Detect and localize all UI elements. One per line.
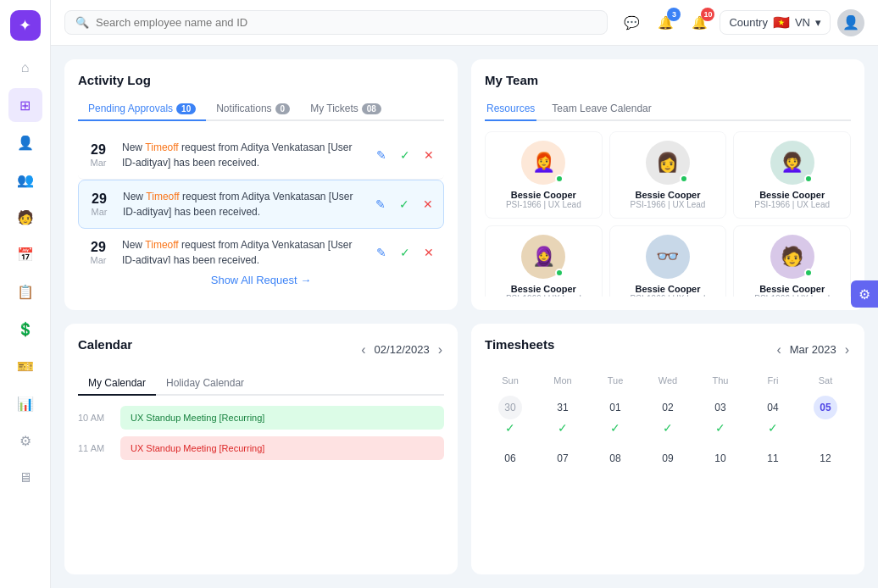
member-avatar: 👩‍🦰 xyxy=(521,141,565,185)
edit-button[interactable]: ✎ xyxy=(372,196,389,213)
member-role: PSI-1966 | UX Lead xyxy=(506,294,581,297)
my-team-title: My Team xyxy=(485,73,851,87)
notifications-badge: 0 xyxy=(275,103,291,114)
team-member: 🧑 Bessie Cooper PSI-1966 | UX Lead xyxy=(733,225,851,297)
timesheets-header: Timesheets ‹ Mar 2023 › xyxy=(485,337,851,362)
reject-button[interactable]: ✕ xyxy=(420,147,437,164)
online-indicator xyxy=(804,175,813,183)
member-name: Bessie Cooper xyxy=(511,190,576,200)
day-header-sat: Sat xyxy=(800,372,851,389)
timeoff-label: Timeoff xyxy=(145,239,178,251)
avatar-image: 👤 xyxy=(842,14,859,31)
sidebar-item-monitor[interactable]: 🖥 xyxy=(8,461,42,495)
sidebar-item-dashboard[interactable]: ⌂ xyxy=(8,51,42,85)
reject-button[interactable]: ✕ xyxy=(420,196,436,213)
online-indicator xyxy=(680,175,688,183)
member-avatar: 👓 xyxy=(646,235,690,279)
flag-icon: 🇻🇳 xyxy=(773,14,790,31)
team-member: 👓 Bessie Cooper PSI-1966 | UX Lead xyxy=(609,225,727,297)
settings-fab[interactable]: ⚙ xyxy=(851,280,878,308)
ts-day-cell: 03 ✓ xyxy=(695,391,746,440)
calendar-events: 10 AM UX Standup Meeting [Recurring] 11 … xyxy=(78,406,444,561)
activity-log-title: Activity Log xyxy=(78,73,444,87)
day-number: 01 xyxy=(603,396,627,419)
member-role: PSI-1966 | UX Lead xyxy=(754,200,830,209)
timesheets-prev-button[interactable]: ‹ xyxy=(775,341,782,359)
chat-button[interactable]: 💬 xyxy=(618,9,645,36)
member-role: PSI-1966 | UX Lead xyxy=(631,200,706,209)
tab-notifications[interactable]: Notifications 0 xyxy=(206,97,300,121)
day-number: 04 xyxy=(761,396,785,419)
check-mark: ✓ xyxy=(486,421,534,435)
activity-date: 29 Mar xyxy=(85,240,112,263)
avatar-image: 👓 xyxy=(646,235,690,279)
activity-month: Mar xyxy=(86,207,113,217)
sidebar-item-payroll[interactable]: 💲 xyxy=(8,312,42,346)
approve-button[interactable]: ✓ xyxy=(397,147,414,164)
approve-button[interactable]: ✓ xyxy=(397,244,414,261)
activity-actions: ✎ ✓ ✕ xyxy=(373,244,437,261)
tab-pending-label: Pending Approvals xyxy=(88,103,173,114)
logo-icon: ✦ xyxy=(19,16,31,35)
check-mark: ✓ xyxy=(592,421,639,435)
event-block[interactable]: UX Standup Meeting [Recurring] xyxy=(120,406,444,430)
chevron-down-icon: ▾ xyxy=(815,16,821,29)
sidebar-item-profile[interactable]: 👤 xyxy=(8,125,42,159)
tickets-badge: 08 xyxy=(362,103,381,114)
member-avatar: 👩‍🦱 xyxy=(770,141,814,185)
team-icon: 👥 xyxy=(17,172,34,188)
calendar-card: Calendar ‹ 02/12/2023 › My Calendar Holi… xyxy=(64,324,458,574)
approve-button[interactable]: ✓ xyxy=(396,196,413,213)
content-grid: Activity Log Pending Approvals 10 Notifi… xyxy=(51,46,878,588)
reject-button[interactable]: ✕ xyxy=(420,244,437,261)
team-grid: 👩‍🦰 Bessie Cooper PSI-1966 | UX Lead 👩 B… xyxy=(485,131,851,297)
event-block[interactable]: UX Standup Meeting [Recurring] xyxy=(120,436,444,460)
ticket-icon: 🎫 xyxy=(17,358,34,374)
ts-day-cell: 31 ✓ xyxy=(537,391,588,440)
sidebar-item-user[interactable]: 🧑 xyxy=(8,200,42,234)
list-icon: 📋 xyxy=(17,284,34,300)
team-member: 👩 Bessie Cooper PSI-1966 | UX Lead xyxy=(609,131,727,219)
edit-button[interactable]: ✎ xyxy=(373,147,390,164)
user-avatar[interactable]: 👤 xyxy=(837,9,864,36)
sidebar-item-chart[interactable]: 📊 xyxy=(8,386,42,420)
tab-resources[interactable]: Resources xyxy=(485,97,536,121)
country-selector[interactable]: Country 🇻🇳 VN ▾ xyxy=(720,10,831,35)
timesheets-next-button[interactable]: › xyxy=(843,341,851,359)
calendar-next-button[interactable]: › xyxy=(436,341,444,359)
edit-button[interactable]: ✎ xyxy=(373,244,390,261)
member-name: Bessie Cooper xyxy=(511,284,576,294)
calendar-prev-button[interactable]: ‹ xyxy=(359,341,367,359)
activity-day: 29 xyxy=(85,142,112,158)
sidebar-item-calendar[interactable]: 📅 xyxy=(8,237,42,271)
tab-pending-approvals[interactable]: Pending Approvals 10 xyxy=(78,97,206,121)
tab-my-calendar[interactable]: My Calendar xyxy=(78,372,156,396)
sidebar-item-ticket[interactable]: 🎫 xyxy=(8,349,42,383)
check-mark: ✓ xyxy=(749,421,797,435)
sidebar-item-team[interactable]: 👥 xyxy=(8,163,42,197)
alert-button[interactable]: 🔔 10 xyxy=(686,9,713,36)
ts-day-cell: 06 xyxy=(485,441,536,475)
time-label: 10 AM xyxy=(78,406,112,423)
app-logo: ✦ xyxy=(10,10,41,41)
member-role: PSI-1966 | UX Lead xyxy=(631,294,706,297)
sidebar-item-list[interactable]: 📋 xyxy=(8,275,42,308)
day-header-thu: Thu xyxy=(695,372,746,389)
day-number: 09 xyxy=(656,447,680,470)
show-all-button[interactable]: Show All Request → xyxy=(78,263,444,297)
notification-bell-button[interactable]: 🔔 3 xyxy=(652,9,679,36)
home-icon: ⌂ xyxy=(21,60,30,75)
tab-team-leave-calendar[interactable]: Team Leave Calendar xyxy=(550,97,653,121)
tab-my-tickets[interactable]: My Tickets 08 xyxy=(300,97,392,121)
ts-day-cell: 10 xyxy=(695,441,746,475)
tab-tickets-label: My Tickets xyxy=(310,103,358,114)
search-bar[interactable]: 🔍 xyxy=(64,10,608,35)
my-team-card: My Team Resources Team Leave Calendar 👩‍… xyxy=(471,59,864,310)
check-mark: ✓ xyxy=(539,421,586,435)
grid-icon: ⊞ xyxy=(19,97,31,114)
sidebar-item-grid[interactable]: ⊞ xyxy=(8,88,42,122)
activity-actions: ✎ ✓ ✕ xyxy=(373,147,437,164)
sidebar-item-settings[interactable]: ⚙ xyxy=(8,424,42,458)
search-input[interactable] xyxy=(96,16,597,29)
tab-holiday-calendar[interactable]: Holiday Calendar xyxy=(156,372,254,396)
